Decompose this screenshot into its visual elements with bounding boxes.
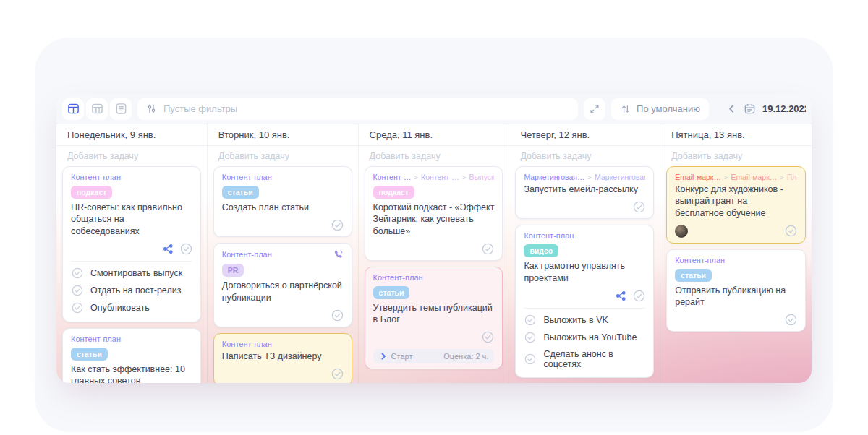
- check-icon[interactable]: [72, 285, 83, 296]
- check-icon[interactable]: [331, 309, 344, 322]
- card-actions: [222, 219, 344, 231]
- toolbar: Пустые фильтры По умолчанию 19.12.2022: [56, 94, 812, 124]
- task-card[interactable]: Контент-планстатьиОтправить публикацию н…: [666, 249, 806, 332]
- task-card[interactable]: Контент-планНаписать ТЗ дизайнеру: [213, 333, 352, 383]
- check-icon[interactable]: [72, 302, 83, 314]
- check-icon[interactable]: [785, 225, 797, 237]
- check-icon[interactable]: [524, 332, 536, 343]
- card-project-link[interactable]: Контент-план: [675, 256, 725, 264]
- card-stack: Контент-планстатьиСоздать план статьиКон…: [208, 165, 358, 383]
- check-icon[interactable]: [482, 243, 494, 255]
- subtask-row[interactable]: Выложить на YouTube: [524, 329, 645, 346]
- list-view-icon: [115, 103, 127, 115]
- task-card[interactable]: Email-марк…>Email-марк…>План на м…Конкур…: [666, 166, 806, 244]
- card-actions: [222, 309, 344, 322]
- expand-button[interactable]: [584, 98, 605, 120]
- subtask-list: Смонтировать выпускОтдать на пост-релизО…: [71, 261, 192, 316]
- start-group: Старт: [379, 352, 413, 361]
- calendar-icon[interactable]: [744, 103, 756, 115]
- view-switcher: [62, 98, 132, 120]
- avatar: [675, 225, 688, 238]
- task-card[interactable]: Контент-планвидеоКак грамотно управлять …: [515, 225, 654, 378]
- card-title: Запустить емейл-рассылку: [524, 184, 645, 195]
- card-title: Утвердить темы публикаций в Блог: [373, 302, 495, 326]
- task-card[interactable]: Контент-планподкастHR-советы: как правил…: [62, 166, 201, 322]
- card-title: Конкурс для художников - выиграй грант н…: [675, 184, 797, 219]
- subtask-label: Смонтировать выпуск: [90, 268, 182, 278]
- check-icon[interactable]: [633, 201, 645, 213]
- card-project-link[interactable]: Контент-план: [222, 250, 272, 259]
- day-header: Вторник, 10 янв.: [208, 124, 358, 146]
- subtask-row[interactable]: Выложить в VK: [524, 311, 645, 329]
- date-navigation: 19.12.2022: [726, 103, 806, 115]
- add-task-button[interactable]: Добавить задачу: [208, 146, 358, 165]
- phone-icon[interactable]: [333, 249, 344, 259]
- sort-button[interactable]: По умолчанию: [611, 98, 709, 120]
- card-breadcrumb-item[interactable]: Email-марк…: [675, 173, 721, 181]
- check-icon[interactable]: [331, 219, 344, 231]
- task-card[interactable]: Контент-планстатьиСоздать план статьи: [213, 166, 352, 237]
- card-title: Отправить публикацию на рерайт: [675, 285, 797, 309]
- chevron-left-icon[interactable]: [726, 103, 737, 114]
- check-icon[interactable]: [180, 243, 192, 255]
- check-icon[interactable]: [331, 368, 344, 380]
- board-view-button[interactable]: [62, 98, 84, 120]
- card-action-icons: [482, 331, 494, 343]
- card-breadcrumb-item[interactable]: Контент-…: [421, 173, 459, 181]
- card-project-link[interactable]: Контент-план: [71, 335, 121, 343]
- share-icon[interactable]: [616, 290, 626, 301]
- check-icon[interactable]: [72, 267, 83, 279]
- card-breadcrumb-item[interactable]: Маркетинговая…: [595, 173, 645, 181]
- board-panel: Пустые фильтры По умолчанию 19.12.2022 П…: [56, 94, 812, 383]
- subtask-label: Опубликовать: [90, 303, 150, 313]
- card-title: Короткий подкаст - «Эффект Зейгарник: ка…: [373, 202, 495, 237]
- card-project-link[interactable]: Контент-план: [222, 173, 272, 181]
- day-header: Пятница, 13 янв.: [660, 124, 812, 146]
- subtask-row[interactable]: Сделать анонс в соцсетях: [524, 346, 645, 372]
- subtask-label: Выложить в VK: [543, 315, 608, 325]
- add-task-button[interactable]: Добавить задачу: [359, 146, 509, 165]
- card-actions: [524, 290, 645, 302]
- sort-label: По умолчанию: [637, 103, 700, 114]
- card-project-link[interactable]: Контент-план: [524, 231, 574, 240]
- task-card[interactable]: Контент-планPRДоговориться о партнёрской…: [213, 243, 352, 327]
- card-breadcrumb-item[interactable]: Контент-…: [373, 173, 412, 181]
- card-stack: Email-марк…>Email-марк…>План на м…Конкур…: [660, 165, 812, 383]
- tag-badge: PR: [222, 264, 244, 277]
- table-view-button[interactable]: [86, 98, 108, 120]
- task-card[interactable]: Контент-…>Контент-…>Выпуски подк…подкаст…: [365, 166, 503, 261]
- add-task-button[interactable]: Добавить задачу: [56, 146, 207, 165]
- expand-icon: [589, 103, 600, 115]
- card-breadcrumb-item[interactable]: Выпуски подк…: [469, 173, 495, 181]
- day-column: Среда, 11 янв.Добавить задачуКонтент-…>К…: [359, 124, 510, 383]
- task-card[interactable]: Контент-планстатьиКак стать эффективнее:…: [62, 328, 201, 383]
- share-icon[interactable]: [163, 244, 174, 254]
- subtask-label: Отдать на пост-релиз: [90, 285, 181, 296]
- task-card[interactable]: Маркетинговая…>Маркетинговая…>И…Запустит…: [515, 166, 654, 219]
- date-label[interactable]: 19.12.2022: [762, 103, 806, 114]
- card-actions: [524, 201, 645, 213]
- card-title: Договориться о партнёрской публикации: [222, 280, 344, 303]
- card-actions: [373, 243, 495, 255]
- check-icon[interactable]: [524, 314, 536, 326]
- card-project-link[interactable]: Контент-план: [71, 173, 121, 181]
- task-card[interactable]: Контент-планстатьиУтвердить темы публика…: [365, 267, 503, 370]
- card-project-link[interactable]: Контент-план: [373, 273, 423, 282]
- subtask-row[interactable]: Смонтировать выпуск: [71, 264, 192, 282]
- add-task-button[interactable]: Добавить задачу: [509, 146, 660, 165]
- card-breadcrumb-item[interactable]: Email-марк…: [731, 173, 778, 181]
- card-breadcrumb-item[interactable]: Маркетинговая…: [524, 173, 584, 181]
- check-icon[interactable]: [524, 353, 536, 365]
- check-icon[interactable]: [633, 290, 645, 302]
- check-icon[interactable]: [785, 314, 797, 326]
- check-icon[interactable]: [482, 331, 494, 343]
- filter-input[interactable]: Пустые фильтры: [137, 98, 578, 120]
- add-task-button[interactable]: Добавить задачу: [660, 146, 812, 165]
- card-actions: [71, 243, 192, 255]
- subtask-row[interactable]: Опубликовать: [71, 299, 192, 316]
- card-project-link[interactable]: Контент-план: [222, 340, 272, 348]
- tag-badge: статьи: [373, 286, 410, 299]
- subtask-row[interactable]: Отдать на пост-релиз: [71, 282, 192, 299]
- list-view-button[interactable]: [110, 98, 132, 120]
- card-breadcrumb-item[interactable]: План на м…: [787, 173, 797, 181]
